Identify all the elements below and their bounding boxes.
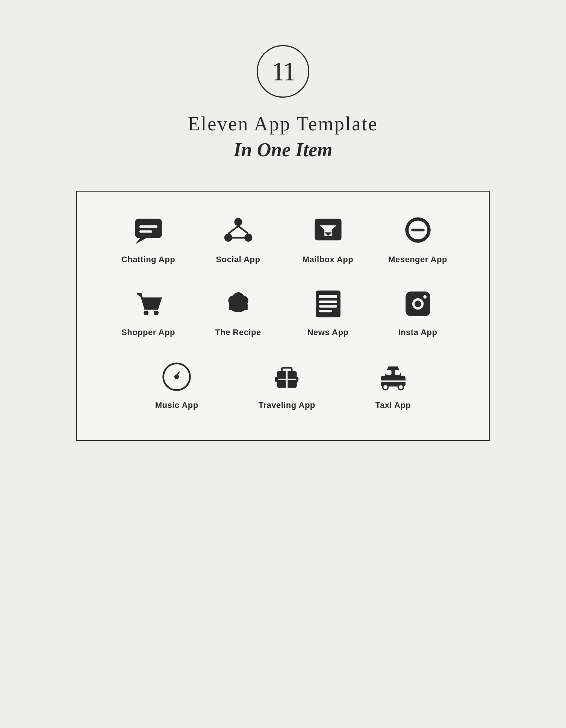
svg-rect-43 — [275, 377, 278, 382]
mailbox-icon — [311, 214, 345, 248]
insta-icon — [401, 287, 435, 321]
svg-point-48 — [383, 384, 388, 390]
svg-rect-2 — [139, 225, 157, 228]
app-item-taxi: Taxi App — [375, 360, 411, 410]
app-grid-row3: ♪ Music App Travel — [107, 360, 459, 410]
title-sub: In One Item — [234, 139, 333, 161]
svg-rect-47 — [395, 370, 400, 375]
svg-point-35 — [423, 295, 427, 299]
app-grid-row1: Chatting App Social App — [107, 214, 459, 264]
svg-rect-31 — [319, 310, 332, 312]
app-item-mailbox: Mailbox App — [287, 214, 369, 264]
grid-container: Chatting App Social App — [76, 191, 490, 441]
app-item-news: News App — [287, 287, 369, 337]
app-item-traveling: Traveling App — [259, 360, 315, 410]
taxi-icon — [376, 360, 410, 394]
news-label: News App — [307, 328, 349, 337]
svg-rect-29 — [319, 301, 337, 303]
svg-rect-27 — [316, 290, 341, 317]
title-main: Eleven App Template — [188, 113, 378, 135]
chatting-label: Chatting App — [121, 255, 175, 264]
shopper-label: Shopper App — [121, 328, 175, 337]
messenger-icon — [401, 214, 435, 248]
app-item-music: ♪ Music App — [155, 360, 198, 410]
messenger-label: Mesenger App — [388, 255, 447, 264]
app-item-insta: Insta App — [377, 287, 459, 337]
shopper-icon — [132, 287, 165, 321]
svg-rect-50 — [388, 366, 398, 369]
svg-rect-0 — [135, 219, 162, 238]
app-item-messenger: Mesenger App — [377, 214, 459, 264]
traveling-label: Traveling App — [259, 400, 315, 410]
svg-point-49 — [398, 384, 403, 390]
social-label: Social App — [216, 255, 260, 264]
svg-rect-46 — [386, 370, 391, 375]
taxi-label: Taxi App — [375, 400, 411, 410]
app-grid-row2: Shopper App The Recipe — [107, 287, 459, 337]
svg-rect-3 — [139, 230, 152, 233]
music-icon: ♪ — [160, 360, 194, 394]
svg-marker-1 — [135, 238, 146, 245]
music-label: Music App — [155, 400, 198, 410]
svg-point-20 — [154, 311, 158, 315]
chat-icon — [132, 214, 165, 248]
app-item-social: Social App — [197, 214, 279, 264]
svg-line-8 — [238, 226, 248, 234]
svg-point-4 — [234, 218, 242, 226]
app-item-chatting: Chatting App — [107, 214, 189, 264]
circle-number: 11 — [257, 45, 309, 98]
mailbox-label: Mailbox App — [303, 255, 353, 264]
svg-rect-44 — [296, 377, 298, 382]
insta-label: Insta App — [398, 328, 437, 337]
app-item-shopper: Shopper App — [107, 287, 189, 337]
page: 11 Eleven App Template In One Item Chatt… — [0, 0, 566, 728]
svg-line-7 — [228, 226, 238, 234]
recipe-label: The Recipe — [215, 328, 261, 337]
social-icon — [221, 214, 255, 248]
app-item-recipe: The Recipe — [197, 287, 279, 337]
svg-rect-30 — [319, 305, 337, 308]
svg-text:♪: ♪ — [175, 370, 179, 381]
header: 11 Eleven App Template In One Item — [188, 45, 378, 161]
svg-rect-16 — [411, 229, 425, 231]
recipe-icon — [221, 287, 255, 321]
svg-rect-28 — [319, 295, 337, 298]
news-icon — [311, 287, 345, 321]
svg-point-19 — [144, 311, 148, 315]
number-label: 11 — [271, 56, 294, 87]
traveling-icon — [270, 360, 304, 394]
svg-point-26 — [229, 303, 248, 308]
svg-point-34 — [415, 301, 421, 307]
